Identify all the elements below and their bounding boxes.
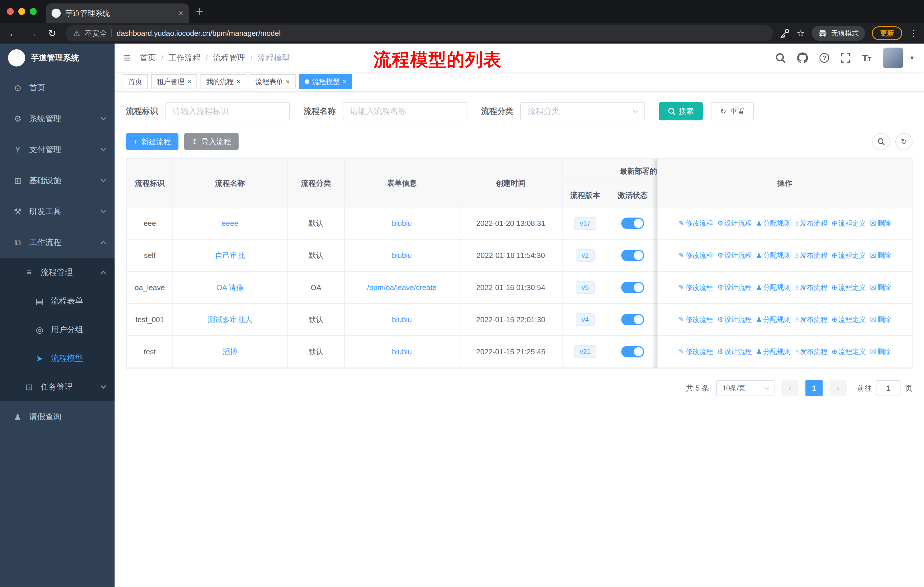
traffic-light-minimize[interactable]: [18, 8, 25, 15]
search-icon[interactable]: [776, 53, 785, 63]
tag-process-model[interactable]: 流程模型 ×: [299, 74, 352, 89]
process-name-link[interactable]: 滔博: [223, 347, 238, 356]
action-process-definition[interactable]: ⊕流程定义: [832, 347, 866, 356]
tab-close-icon[interactable]: ×: [178, 8, 183, 18]
prev-page-button[interactable]: ‹: [781, 380, 799, 396]
back-button[interactable]: ←: [7, 28, 20, 39]
page-size-select[interactable]: 10条/页: [716, 380, 774, 396]
caret-down-icon[interactable]: ▼: [909, 55, 915, 61]
reload-button[interactable]: ↻: [46, 28, 58, 39]
refresh-table-button[interactable]: ↻: [895, 133, 912, 150]
tag-close-icon[interactable]: ×: [237, 78, 241, 85]
action-delete[interactable]: ☒删除: [870, 251, 891, 260]
breadcrumb-process-management[interactable]: 流程管理: [213, 53, 245, 63]
sidebar-item-process-model[interactable]: ➤ 流程模型: [0, 344, 115, 373]
fullscreen-icon[interactable]: [841, 53, 850, 63]
action-process-definition[interactable]: ⊕流程定义: [832, 315, 866, 324]
action-design-process[interactable]: ⚙设计流程: [717, 283, 752, 292]
active-toggle[interactable]: [621, 314, 644, 325]
action-design-process[interactable]: ⚙设计流程: [717, 251, 752, 260]
sidebar-item-user-group[interactable]: ◎ 用户分组: [0, 315, 115, 344]
tag-my-process[interactable]: 我的流程 ×: [201, 74, 246, 89]
tag-close-icon[interactable]: ×: [286, 78, 290, 85]
sidebar-item-payment-management[interactable]: ¥ 支付管理: [0, 134, 115, 165]
action-design-process[interactable]: ⚙设计流程: [717, 347, 752, 356]
process-name-link[interactable]: 测试多审批人: [208, 315, 252, 324]
action-publish-process[interactable]: ☝发布流程: [795, 219, 827, 228]
active-toggle[interactable]: [621, 250, 644, 261]
help-icon[interactable]: ?: [820, 53, 829, 63]
sidebar-item-infrastructure[interactable]: ⊞ 基础设施: [0, 165, 115, 196]
process-name-input[interactable]: [343, 102, 467, 121]
process-name-link[interactable]: 自己审批: [215, 251, 245, 260]
search-button[interactable]: 搜索: [659, 102, 703, 121]
app-logo[interactable]: 芋道管理系统: [0, 43, 115, 72]
sidebar-item-process-management[interactable]: ≡ 流程管理: [0, 258, 115, 287]
action-assign-rules[interactable]: ♟分配规则: [756, 315, 791, 324]
sidebar-item-system-management[interactable]: ⚙ 系统管理: [0, 103, 115, 134]
action-publish-process[interactable]: ☝发布流程: [795, 315, 827, 324]
page-number-button[interactable]: 1: [805, 380, 823, 396]
action-delete[interactable]: ☒删除: [870, 315, 891, 324]
action-modify-process[interactable]: ✎修改流程: [678, 219, 713, 228]
omnibox[interactable]: ⚠ 不安全 dashboard.yudao.iocoder.cn/bpm/man…: [65, 25, 773, 41]
action-assign-rules[interactable]: ♟分配规则: [756, 283, 791, 292]
sidebar-item-home[interactable]: ⊙ 首页: [0, 72, 115, 103]
action-delete[interactable]: ☒删除: [870, 283, 891, 292]
action-publish-process[interactable]: ☝发布流程: [795, 251, 827, 260]
menu-dots-button[interactable]: ⋮: [909, 28, 917, 39]
process-name-link[interactable]: OA 请假: [216, 283, 243, 292]
sidebar-item-dev-tools[interactable]: ⚒ 研发工具: [0, 196, 115, 227]
sidebar-item-workflow[interactable]: ⧉ 工作流程: [0, 227, 115, 258]
hamburger-button[interactable]: ≡: [124, 51, 131, 65]
create-process-button[interactable]: + 新建流程: [126, 133, 178, 150]
action-design-process[interactable]: ⚙设计流程: [717, 219, 752, 228]
github-icon[interactable]: [797, 53, 808, 63]
sidebar-item-task-management[interactable]: ⊡ 任务管理: [0, 373, 115, 401]
traffic-light-close[interactable]: [7, 8, 14, 15]
action-design-process[interactable]: ⚙设计流程: [717, 315, 752, 324]
forward-button[interactable]: →: [26, 28, 39, 39]
process-category-select[interactable]: 流程分类: [520, 102, 645, 121]
import-process-button[interactable]: ↥ 导入流程: [184, 133, 239, 150]
action-modify-process[interactable]: ✎修改流程: [678, 315, 713, 324]
action-assign-rules[interactable]: ♟分配规则: [756, 251, 791, 260]
toggle-search-button[interactable]: [873, 133, 889, 150]
tag-close-icon[interactable]: ×: [343, 78, 346, 85]
action-delete[interactable]: ☒删除: [870, 347, 891, 356]
action-delete[interactable]: ☒删除: [870, 219, 891, 228]
form-info-link[interactable]: biubiu: [392, 347, 412, 356]
action-modify-process[interactable]: ✎修改流程: [678, 283, 713, 292]
form-info-link[interactable]: biubiu: [392, 251, 412, 260]
action-assign-rules[interactable]: ♟分配规则: [756, 219, 791, 228]
active-toggle[interactable]: [621, 282, 644, 293]
sidebar-item-leave-query[interactable]: ♟ 请假查询: [0, 401, 115, 432]
breadcrumb-home[interactable]: 首页: [140, 53, 156, 63]
sidebar-item-process-form[interactable]: ▤ 流程表单: [0, 287, 115, 315]
reset-button[interactable]: ↻ 重置: [711, 102, 754, 121]
breadcrumb-workflow[interactable]: 工作流程: [168, 53, 201, 63]
tag-close-icon[interactable]: ×: [187, 78, 191, 85]
goto-page-input[interactable]: [876, 380, 901, 396]
tag-process-form[interactable]: 流程表单 ×: [250, 74, 295, 89]
active-toggle[interactable]: [621, 346, 644, 357]
active-toggle[interactable]: [621, 218, 644, 229]
action-modify-process[interactable]: ✎修改流程: [678, 347, 713, 356]
form-info-link[interactable]: biubiu: [392, 315, 412, 324]
action-process-definition[interactable]: ⊕流程定义: [832, 219, 866, 228]
form-info-link[interactable]: /bpm/oa/leave/create: [367, 283, 437, 292]
browser-tab[interactable]: 芋道管理系统 ×: [46, 3, 189, 23]
action-modify-process[interactable]: ✎修改流程: [678, 251, 713, 260]
key-icon[interactable]: [780, 28, 790, 38]
next-page-button[interactable]: ›: [830, 380, 846, 396]
traffic-light-zoom[interactable]: [30, 8, 37, 15]
tag-tenant-management[interactable]: 租户管理 ×: [151, 74, 197, 89]
star-icon[interactable]: ☆: [797, 28, 805, 39]
form-info-link[interactable]: biubiu: [392, 219, 412, 228]
action-process-definition[interactable]: ⊕流程定义: [832, 251, 866, 260]
update-button[interactable]: 更新: [872, 26, 902, 40]
tag-home[interactable]: 首页: [122, 74, 148, 89]
avatar[interactable]: [883, 48, 903, 68]
process-key-input[interactable]: [165, 102, 290, 121]
action-publish-process[interactable]: ☝发布流程: [795, 283, 827, 292]
